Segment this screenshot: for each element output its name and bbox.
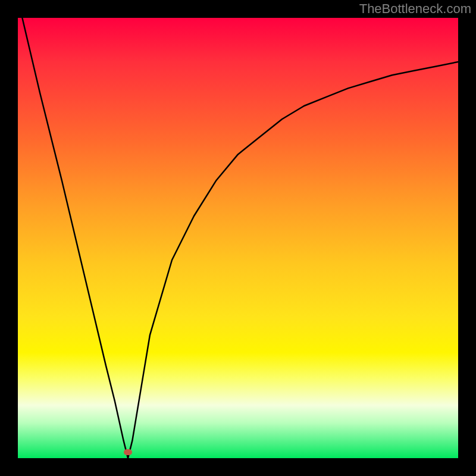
watermark-text: TheBottleneck.com: [359, 1, 471, 17]
min-marker: [124, 449, 132, 455]
plot-area: [18, 18, 458, 458]
chart-frame: TheBottleneck.com: [0, 0, 476, 476]
bottleneck-curve-path: [22, 18, 458, 458]
curve-svg: [18, 18, 458, 458]
